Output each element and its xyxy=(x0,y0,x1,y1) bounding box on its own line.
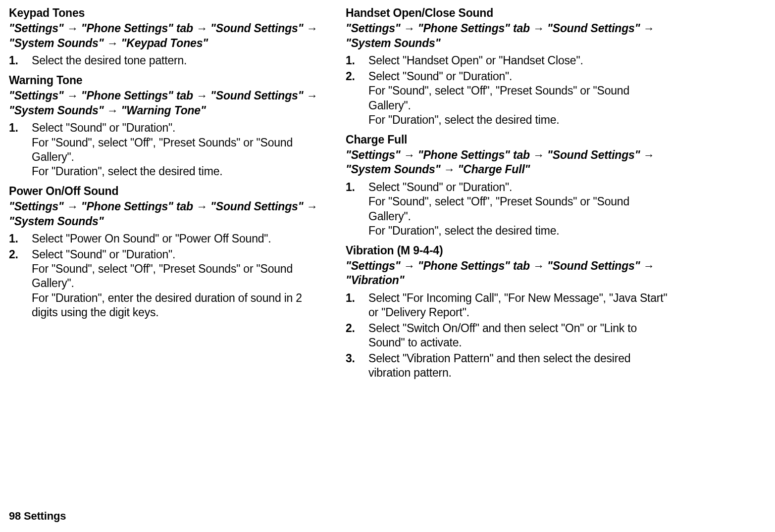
arrow-icon: → xyxy=(404,22,415,35)
path-segment: "Settings" xyxy=(9,22,64,35)
step-subtext: For "Duration", select the desired time. xyxy=(32,164,331,179)
path-segment: "Warning Tone" xyxy=(121,104,206,117)
nav-path: "Settings" → "Phone Settings" tab → "Sou… xyxy=(346,148,672,177)
step-number: 1. xyxy=(346,291,362,305)
arrow-icon: → xyxy=(196,200,207,213)
step-text: Select "Switch On/Off" and then select "… xyxy=(368,322,637,349)
step-number: 2. xyxy=(346,69,362,84)
path-segment: "System Sounds" xyxy=(9,215,103,228)
left-column: Keypad Tones "Settings" → "Phone Setting… xyxy=(9,6,331,386)
section-title: Vibration (M 9-4-4) xyxy=(346,243,672,258)
list-item: 1.Select "Sound" or "Duration".For "Soun… xyxy=(9,121,331,179)
arrow-icon: → xyxy=(533,148,544,161)
section-title: Keypad Tones xyxy=(9,6,331,20)
path-segment: "System Sounds" xyxy=(9,104,103,117)
nav-path: "Settings" → "Phone Settings" tab → "Sou… xyxy=(346,259,672,288)
path-segment: "Settings" xyxy=(346,22,401,35)
section-warning-tone: Warning Tone "Settings" → "Phone Setting… xyxy=(9,73,331,179)
list-item: 1.Select the desired tone pattern. xyxy=(9,53,331,68)
path-segment: "Charge Full" xyxy=(458,163,530,176)
step-subtext: For "Sound", select "Off", "Preset Sound… xyxy=(32,262,331,291)
step-list: 1.Select "Sound" or "Duration".For "Soun… xyxy=(9,121,331,179)
step-subtext: For "Duration", select the desired time. xyxy=(368,113,672,127)
path-segment: "Phone Settings" tab xyxy=(418,259,530,272)
arrow-icon: → xyxy=(533,259,544,272)
step-text: Select "Sound" or "Duration". xyxy=(368,181,512,193)
arrow-icon: → xyxy=(404,259,415,272)
path-segment: "Settings" xyxy=(346,259,401,272)
path-segment: "Sound Settings" xyxy=(547,259,640,272)
section-title: Warning Tone xyxy=(9,73,331,88)
list-item: 1.Select "Power On Sound" or "Power Off … xyxy=(9,232,331,246)
step-subtext: For "Sound", select "Off", "Preset Sound… xyxy=(368,84,672,113)
section-handset-openclose: Handset Open/Close Sound "Settings" → "P… xyxy=(346,6,672,128)
two-column-layout: Keypad Tones "Settings" → "Phone Setting… xyxy=(9,6,765,386)
step-subtext: For "Sound", select "Off", "Preset Sound… xyxy=(32,136,331,165)
step-text: Select "Power On Sound" or "Power Off So… xyxy=(32,232,271,245)
step-number: 1. xyxy=(9,53,25,68)
step-number: 3. xyxy=(346,351,362,366)
step-subtext: For "Duration", enter the desired durati… xyxy=(32,291,331,320)
section-charge-full: Charge Full "Settings" → "Phone Settings… xyxy=(346,133,672,239)
path-segment: "Sound Settings" xyxy=(547,22,640,35)
arrow-icon: → xyxy=(444,163,455,176)
section-title: Handset Open/Close Sound xyxy=(346,6,672,20)
page-footer: 98 Settings xyxy=(9,509,66,523)
step-number: 2. xyxy=(346,321,362,336)
arrow-icon: → xyxy=(67,89,78,102)
section-title: Power On/Off Sound xyxy=(9,184,331,198)
list-item: 3.Select "Vibration Pattern" and then se… xyxy=(346,351,672,381)
path-segment: "System Sounds" xyxy=(346,163,440,176)
path-segment: "Settings" xyxy=(346,148,401,161)
step-number: 2. xyxy=(9,247,25,262)
arrow-icon: → xyxy=(643,259,655,272)
step-list: 1.Select "For Incoming Call", "For New M… xyxy=(346,291,672,381)
list-item: 2.Select "Sound" or "Duration".For "Soun… xyxy=(346,69,672,128)
step-text: Select "Handset Open" or "Handset Close"… xyxy=(368,54,583,67)
path-segment: "Vibration" xyxy=(346,274,404,287)
path-segment: "Sound Settings" xyxy=(210,89,303,102)
arrow-icon: → xyxy=(307,200,318,213)
step-list: 1.Select "Handset Open" or "Handset Clos… xyxy=(346,53,672,127)
arrow-icon: → xyxy=(67,200,78,213)
path-segment: "Sound Settings" xyxy=(210,22,303,35)
path-segment: "Phone Settings" tab xyxy=(81,89,193,102)
step-text: Select "Vibration Pattern" and then sele… xyxy=(368,352,630,379)
section-title: Charge Full xyxy=(346,133,672,147)
arrow-icon: → xyxy=(307,22,318,35)
arrow-icon: → xyxy=(107,37,118,49)
step-text: Select the desired tone pattern. xyxy=(32,54,187,67)
list-item: 1.Select "For Incoming Call", "For New M… xyxy=(346,291,672,320)
section-vibration: Vibration (M 9-4-4) "Settings" → "Phone … xyxy=(346,243,672,381)
nav-path: "Settings" → "Phone Settings" tab → "Sou… xyxy=(9,21,331,50)
arrow-icon: → xyxy=(643,148,655,161)
step-number: 1. xyxy=(346,180,362,194)
path-segment: "Phone Settings" tab xyxy=(81,22,193,35)
path-segment: "Sound Settings" xyxy=(547,148,640,161)
step-subtext: For "Duration", select the desired time. xyxy=(368,224,672,238)
path-segment: "Phone Settings" tab xyxy=(418,22,530,35)
path-segment: "Phone Settings" tab xyxy=(81,200,193,213)
path-segment: "Settings" xyxy=(9,200,64,213)
list-item: 1.Select "Handset Open" or "Handset Clos… xyxy=(346,53,672,68)
step-list: 1.Select "Power On Sound" or "Power Off … xyxy=(9,232,331,320)
list-item: 1.Select "Sound" or "Duration".For "Soun… xyxy=(346,180,672,239)
path-segment: "Settings" xyxy=(9,89,64,102)
step-number: 1. xyxy=(9,121,25,135)
arrow-icon: → xyxy=(404,148,415,161)
path-segment: "Keypad Tones" xyxy=(121,37,208,49)
section-power-onoff: Power On/Off Sound "Settings" → "Phone S… xyxy=(9,184,331,320)
step-number: 1. xyxy=(346,53,362,68)
arrow-icon: → xyxy=(196,89,207,102)
section-keypad-tones: Keypad Tones "Settings" → "Phone Setting… xyxy=(9,6,331,68)
nav-path: "Settings" → "Phone Settings" tab → "Sou… xyxy=(346,21,672,50)
path-segment: "System Sounds" xyxy=(9,37,103,49)
step-text: Select "For Incoming Call", "For New Mes… xyxy=(368,291,667,319)
step-subtext: For "Sound", select "Off", "Preset Sound… xyxy=(368,194,672,224)
arrow-icon: → xyxy=(196,22,207,35)
step-number: 1. xyxy=(9,232,25,246)
manual-page: Keypad Tones "Settings" → "Phone Setting… xyxy=(0,0,775,532)
arrow-icon: → xyxy=(107,104,118,117)
step-list: 1.Select the desired tone pattern. xyxy=(9,53,331,68)
right-column: Handset Open/Close Sound "Settings" → "P… xyxy=(346,6,672,386)
